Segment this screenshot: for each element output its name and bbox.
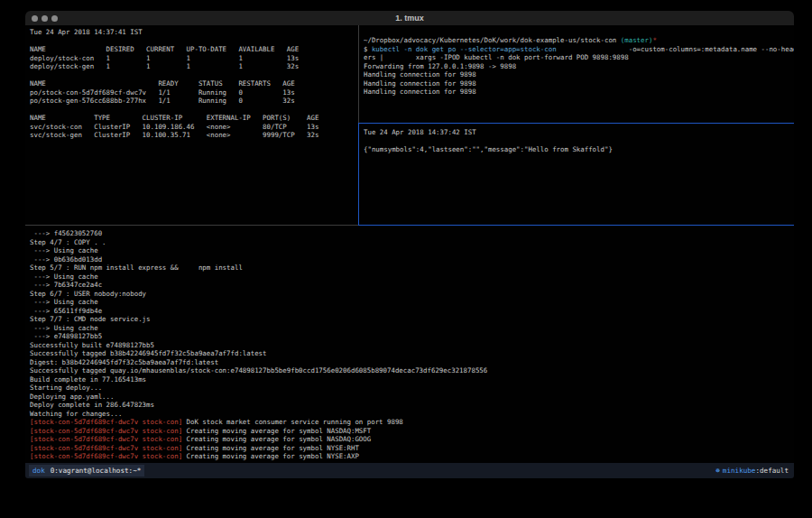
pane-border-horizontal-inactive[interactable]: [25, 225, 358, 226]
terminal-line: svc/stock-con ClusterIP 10.109.186.46 <n…: [30, 123, 358, 132]
terminal-line: po/stock-gen-576cc688bb-277hx 1/1 Runnin…: [30, 97, 358, 106]
pane-border-vertical-active[interactable]: [358, 123, 359, 226]
pane-border-horizontal-active-top[interactable]: [359, 123, 794, 124]
terminal-line: [stock-con-5d7df689cf-dwc7v stock-con] C…: [30, 427, 794, 436]
terminal-line: NAME READY STATUS RESTARTS AGE: [30, 79, 358, 88]
terminal-line: Build complete in 77.165413ms: [30, 375, 794, 384]
terminal-line: deploy/stock-gen 1 1 1 1 32s: [30, 62, 358, 71]
terminal-line: Successfully tagged b38b42246945fd7f32c5…: [30, 349, 794, 358]
terminal-line: NAME DESIRED CURRENT UP-TO-DATE AVAILABL…: [30, 45, 358, 54]
window-titlebar: 1. tmux: [25, 11, 794, 25]
terminal-line: [30, 37, 358, 46]
terminal-line: NAME TYPE CLUSTER-IP EXTERNAL-IP PORT(S)…: [30, 114, 358, 123]
terminal-line: Deploying app.yaml...: [30, 393, 794, 402]
terminal-line: Step 5/7 : RUN npm install express && np…: [30, 264, 794, 273]
terminal-line: Handling connection for 9898: [364, 88, 794, 97]
terminal-line: Step 6/7 : USER nobody:nobody: [30, 290, 794, 299]
pane-skaffold-log[interactable]: ---> f45623052760Step 4/7 : COPY . . ---…: [25, 226, 794, 463]
terminal-line: Forwarding from 127.0.0.1:9898 -> 9898: [364, 62, 794, 71]
terminal-line: Tue 24 Apr 2018 14:37:41 IST: [30, 28, 358, 37]
terminal-line: po/stock-con-5d7df689cf-dwc7v 1/1 Runnin…: [30, 88, 358, 97]
terminal-line: Starting deploy...: [30, 384, 794, 393]
pane-border-horizontal-active-bottom[interactable]: [358, 225, 794, 226]
terminal-line: Tue 24 Apr 2018 14:37:42 IST: [364, 128, 794, 137]
kube-namespace: :default: [755, 467, 789, 475]
terminal-line: ---> f45623052760: [30, 229, 794, 238]
terminal-line: Handling connection for 9898: [364, 70, 794, 79]
pane-curl-output[interactable]: Tue 24 Apr 2018 14:37:42 IST{"numsymbols…: [359, 124, 794, 225]
terminal-line: Successfully tagged quay.io/mhausenblas/…: [30, 366, 794, 375]
pane-border-vertical-inactive[interactable]: [358, 25, 359, 123]
terminal-line: ---> 0b636bd013dd: [30, 255, 794, 264]
terminal-line: svc/stock-gen ClusterIP 10.100.35.71 <no…: [30, 131, 358, 140]
terminal-line: ---> 65611ff9db4e: [30, 307, 794, 316]
terminal-line: Watching for changes...: [30, 410, 794, 419]
kube-context-indicator: ☸minikube:default: [715, 467, 789, 475]
terminal-line: ~/Dropbox/advocacy/Kubernetes/DoK/work/d…: [364, 36, 794, 45]
desktop-background: 1. tmux Tue 24 Apr 2018 14:37:41 ISTNAME…: [0, 0, 812, 518]
terminal-line: Successfully built e74898127bb5: [30, 341, 794, 350]
terminal-line: [stock-con-5d7df689cf-dwc7v stock-con] D…: [30, 418, 794, 427]
terminal-line: ---> Using cache: [30, 298, 794, 307]
terminal-line: ers | xargs -IPOD kubectl -n dok port-fo…: [364, 53, 794, 62]
terminal-line: ---> 7b6347ce2a4c: [30, 281, 794, 290]
tmux-session-name: dok: [32, 467, 45, 475]
terminal-line: Deploy complete in 286.647823ms: [30, 401, 794, 410]
pane-port-forward-shell[interactable]: ~/Dropbox/advocacy/Kubernetes/DoK/work/d…: [359, 25, 794, 123]
pane-kubectl-watch[interactable]: Tue 24 Apr 2018 14:37:41 ISTNAME DESIRED…: [25, 25, 358, 225]
terminal-line: ---> Using cache: [30, 246, 794, 255]
terminal-line: $ kubectl -n dok get po --selector=app=s…: [364, 45, 794, 54]
tmux-window-item[interactable]: dok 0:vagrant@localhost:~*: [29, 465, 144, 476]
terminal-line: ---> Using cache: [30, 324, 794, 333]
window-title: 1. tmux: [25, 11, 794, 25]
terminal-line: {"numsymbols":4,"lastseen":"","message":…: [364, 145, 794, 154]
terminal-line: Step 4/7 : COPY . .: [30, 238, 794, 247]
terminal-line: [30, 106, 358, 115]
kubernetes-wheel-icon: ☸: [715, 467, 720, 475]
tmux-window-entry: 0:vagrant@localhost:~*: [51, 467, 142, 475]
terminal-line: ---> Using cache: [30, 273, 794, 282]
terminal-line: [stock-con-5d7df689cf-dwc7v stock-con] C…: [30, 452, 794, 461]
terminal-window: 1. tmux Tue 24 Apr 2018 14:37:41 ISTNAME…: [25, 11, 794, 478]
terminal-line: ---> e74898127bb5: [30, 332, 794, 341]
terminal-line: Step 7/7 : CMD node service.js: [30, 315, 794, 324]
terminal-line: Handling connection for 9898: [364, 79, 794, 88]
tmux-status-bar: dok 0:vagrant@localhost:~* ☸minikube:def…: [25, 463, 794, 478]
terminal-line: [364, 137, 794, 146]
pane-skaffold-log-lines: ---> f45623052760Step 4/7 : COPY . . ---…: [30, 229, 794, 461]
kube-context-name: minikube: [723, 467, 756, 475]
terminal-line: Digest: b38b42246945fd7f32c5ba9aea7af7fd…: [30, 358, 794, 367]
pane-kubectl-watch-lines: Tue 24 Apr 2018 14:37:41 ISTNAME DESIRED…: [30, 28, 358, 140]
terminal-line: [stock-con-5d7df689cf-dwc7v stock-con] C…: [30, 435, 794, 444]
pane-curl-output-lines: Tue 24 Apr 2018 14:37:42 IST{"numsymbols…: [364, 128, 794, 154]
terminal-line: [stock-con-5d7df689cf-dwc7v stock-con] C…: [30, 444, 794, 453]
terminal-line: deploy/stock-con 1 1 1 1 13s: [30, 54, 358, 63]
pane-port-forward-lines: ~/Dropbox/advocacy/Kubernetes/DoK/work/d…: [364, 36, 794, 97]
tmux-panes-area: Tue 24 Apr 2018 14:37:41 ISTNAME DESIRED…: [25, 25, 794, 463]
terminal-line: [30, 71, 358, 80]
